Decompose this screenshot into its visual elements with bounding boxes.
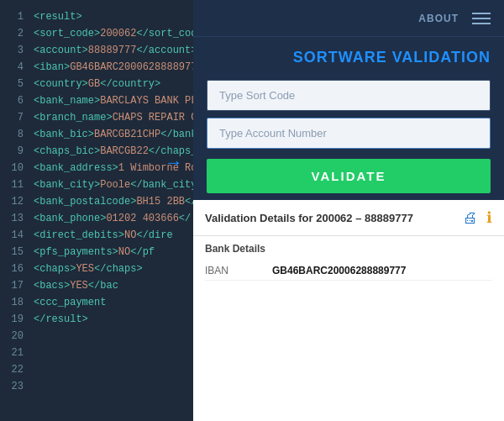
iban-value: GB46BARC20006288889777 xyxy=(272,265,406,276)
line-content: <bacs>YES</bac xyxy=(34,278,118,293)
line-number: 17 xyxy=(0,278,34,293)
results-section: Validation Details for 200062 – 88889777… xyxy=(193,200,504,421)
line-number: 23 xyxy=(0,379,34,394)
bank-details-title: Bank Details xyxy=(205,243,492,255)
line-number: 14 xyxy=(0,228,34,243)
line-content: <direct_debits>NO</dire xyxy=(34,228,173,243)
line-number: 3 xyxy=(0,43,34,58)
line-content: <bank_postalcode>BH15 2BB</ba xyxy=(34,194,209,209)
info-icon[interactable]: ℹ xyxy=(486,208,492,227)
line-number: 13 xyxy=(0,211,34,226)
line-content: </result> xyxy=(34,312,88,327)
line-content: <country>GB</country> xyxy=(34,76,160,92)
validation-header: SORTWARE VALIDATION xyxy=(193,37,504,73)
validation-title: SORTWARE VALIDATION xyxy=(207,49,491,66)
line-number: 8 xyxy=(0,127,34,142)
line-number: 20 xyxy=(0,329,34,344)
right-panel: ABOUT SORTWARE VALIDATION VALIDATE Valid… xyxy=(193,0,504,421)
line-number: 21 xyxy=(0,345,34,360)
line-content: <bank_phone>01202 403666</ xyxy=(34,211,191,226)
line-number: 9 xyxy=(0,144,34,159)
hamburger-menu[interactable] xyxy=(472,13,491,24)
sort-code-input[interactable] xyxy=(207,80,491,111)
line-content: <account>88889777</account> xyxy=(34,43,197,58)
line-number: 10 xyxy=(0,161,34,176)
line-number: 5 xyxy=(0,76,34,92)
line-number: 7 xyxy=(0,110,34,125)
line-content: <result> xyxy=(34,9,82,24)
iban-label: IBAN xyxy=(205,265,272,276)
results-header: Validation Details for 200062 – 88889777… xyxy=(193,200,504,236)
line-number: 22 xyxy=(0,362,34,377)
line-number: 16 xyxy=(0,261,34,276)
arrow-icon: → xyxy=(168,153,179,174)
line-content: <sort_code>200062</sort_code> xyxy=(34,26,209,41)
line-number: 12 xyxy=(0,194,34,209)
line-number: 2 xyxy=(0,26,34,41)
results-title: Validation Details for 200062 – 88889777 xyxy=(205,212,463,224)
print-icon[interactable]: 🖨 xyxy=(463,209,478,227)
line-content: <pfs_payments>NO</pf xyxy=(34,245,155,260)
iban-row: IBAN GB46BARC20006288889777 xyxy=(205,261,492,281)
line-number: 19 xyxy=(0,312,34,327)
line-content: <ccc_payment xyxy=(34,295,106,310)
line-number: 1 xyxy=(0,9,34,24)
nav-bar: ABOUT xyxy=(193,0,504,37)
line-number: 11 xyxy=(0,177,34,192)
bank-details-section: Bank Details IBAN GB46BARC20006288889777 xyxy=(193,236,504,287)
line-content: <chaps>YES</chaps> xyxy=(34,261,143,276)
form-section: VALIDATE xyxy=(193,73,504,200)
line-content: <bank_city>Poole</bank_city> xyxy=(34,177,203,192)
line-number: 15 xyxy=(0,245,34,260)
line-number: 18 xyxy=(0,295,34,310)
validate-button[interactable]: VALIDATE xyxy=(207,159,491,193)
line-number: 6 xyxy=(0,93,34,108)
about-link[interactable]: ABOUT xyxy=(418,13,459,24)
account-number-input[interactable] xyxy=(207,118,491,149)
line-number: 4 xyxy=(0,60,34,75)
